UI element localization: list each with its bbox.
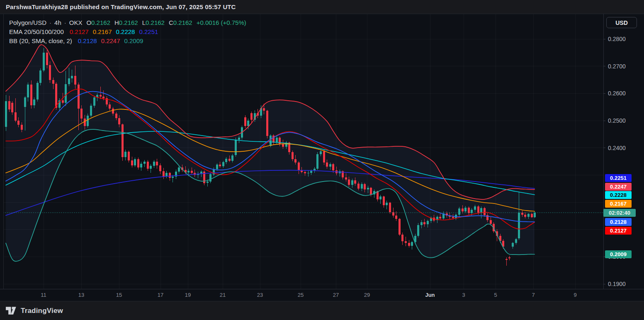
time-tick-label-13: 13 [71, 292, 91, 298]
bar-countdown-label: 02:02:40 [603, 209, 636, 217]
ohlc-letter: H [114, 19, 119, 26]
price-tick-label: 0.2400 [608, 145, 626, 151]
ohlc-value: 0.2162 [91, 19, 110, 26]
ema50-price-label: 0.2167 [605, 200, 632, 208]
time-axis[interactable]: 11131517192123252729Jun3579 [0, 289, 644, 301]
price-tick-label: 0.2600 [608, 90, 626, 97]
legend-ema-row[interactable]: EMA 20/50/100/2000.21270.21670.22280.225… [9, 27, 246, 36]
legend-symbol-row[interactable]: Polygon/USD·4h·OKXO0.2162H0.2162L0.2162C… [9, 18, 246, 27]
price-tick-mark [603, 284, 605, 284]
tradingview-logo[interactable] [6, 307, 17, 315]
time-tick-label-29: 29 [357, 292, 377, 298]
price-tick-label: 0.2500 [608, 117, 626, 124]
time-tick-label-Jun: Jun [420, 292, 440, 298]
legend-bb-value-2: 0.2009 [124, 37, 143, 44]
price-tick-mark [603, 93, 605, 94]
ohlc-value: 0.2162 [119, 19, 138, 26]
legend-ohlc-o: O0.2162 [86, 19, 110, 26]
chart-legend: Polygon/USD·4h·OKXO0.2162H0.2162L0.2162C… [9, 18, 246, 45]
ohlc-letter: L [142, 19, 146, 26]
time-tick-label-25: 25 [291, 292, 311, 298]
time-tick-label-7: 7 [523, 292, 543, 298]
time-tick-label-15: 15 [109, 292, 129, 298]
price-tick-label: 0.2800 [608, 36, 626, 42]
legend-ema-value-0: 0.2127 [70, 28, 89, 35]
time-tick-label-19: 19 [178, 292, 198, 298]
legend-ema-value-2: 0.2228 [116, 28, 135, 35]
price-tick-mark [603, 39, 605, 39]
ohlc-letter: O [86, 19, 91, 26]
legend-separator: · [46, 19, 54, 26]
legend-change: +0.0016 (+0.75%) [197, 19, 246, 26]
ohlc-value: 0.2162 [146, 19, 165, 26]
price-tick-mark [603, 66, 605, 66]
ema200-price-label: 0.2251 [605, 174, 632, 182]
legend-ema-value-1: 0.2167 [93, 28, 112, 35]
time-tick-label-17: 17 [151, 292, 170, 298]
ohlc-letter: C [169, 19, 173, 26]
time-tick-label-11: 11 [34, 292, 53, 298]
header-bar: ParshwaTurakhiya28 published on TradingV… [0, 0, 644, 14]
ema20-price-label: 0.2127 [605, 227, 632, 235]
legend-exchange: OKX [69, 19, 83, 26]
ohlc-value: 0.2162 [173, 19, 192, 26]
legend-symbol: Polygon/USD [9, 19, 46, 26]
time-tick-label-9: 9 [565, 292, 585, 298]
legend-ema-value-3: 0.2251 [139, 28, 158, 35]
legend-separator: · [61, 19, 69, 26]
brand-name[interactable]: TradingView [21, 307, 63, 315]
legend-interval: 4h [54, 19, 61, 26]
chart-stage: Polygon/USD·4h·OKXO0.2162H0.2162L0.2162C… [0, 14, 644, 301]
legend-bb-value-1: 0.2247 [101, 37, 120, 44]
time-tick-label-3: 3 [454, 292, 474, 298]
legend-bb-value-0: 0.2128 [78, 37, 97, 44]
time-tick-label-27: 27 [326, 292, 346, 298]
price-scale[interactable]: 0.28000.27000.26000.25000.24000.20000.19… [603, 14, 644, 289]
price-tick-mark [603, 148, 605, 148]
candlestick-chart[interactable] [0, 14, 644, 301]
price-tick-label: 0.1900 [608, 281, 626, 287]
bb-lower-price-label: 0.2009 [605, 250, 632, 258]
time-tick-label-21: 21 [213, 292, 233, 298]
time-tick-label-5: 5 [486, 292, 505, 298]
currency-toggle-button[interactable]: USD [606, 17, 637, 28]
legend-bb-label: BB (20, SMA, close, 2) [9, 37, 72, 44]
legend-bb-row[interactable]: BB (20, SMA, close, 2)0.21280.22470.2009 [9, 36, 246, 45]
footer-bar: TradingView [0, 301, 644, 320]
bb-upper-price-label: 0.2247 [605, 183, 632, 191]
legend-ohlc-l: L0.2162 [142, 19, 165, 26]
price-tick-label: 0.2700 [608, 63, 626, 70]
legend-ema-label: EMA 20/50/100/200 [9, 28, 64, 35]
publish-caption: ParshwaTurakhiya28 published on TradingV… [6, 3, 236, 10]
legend-ohlc-c: C0.2162 [169, 19, 192, 26]
time-tick-label-23: 23 [250, 292, 270, 298]
ema100-price-label: 0.2228 [605, 191, 632, 199]
legend-ohlc-h: H0.2162 [114, 19, 138, 26]
price-tick-mark [603, 121, 605, 121]
bb-basis-price-label: 0.2128 [605, 218, 632, 226]
